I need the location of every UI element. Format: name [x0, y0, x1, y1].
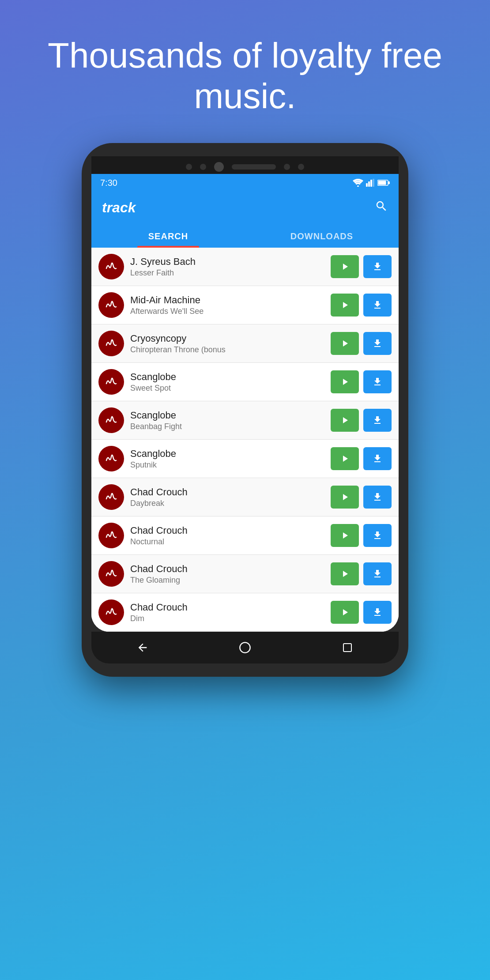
track-info: Chad Crouch The Gloaming	[130, 563, 324, 585]
phone-notch	[91, 156, 399, 174]
track-item: Scanglobe Sputnik	[91, 440, 399, 478]
notch-dot-3	[284, 164, 290, 170]
play-button[interactable]	[331, 370, 359, 393]
track-avatar	[98, 407, 124, 433]
track-title: Beanbag Fight	[130, 422, 324, 431]
track-avatar	[98, 292, 124, 318]
download-button[interactable]	[363, 332, 392, 355]
track-actions	[331, 294, 392, 317]
track-title: Afterwards We'll See	[130, 307, 324, 316]
screen: 7:30	[91, 174, 399, 632]
download-button[interactable]	[363, 562, 392, 585]
track-info: Scanglobe Sweet Spot	[130, 371, 324, 393]
play-button[interactable]	[331, 562, 359, 585]
app-bar: track	[91, 192, 399, 223]
track-item: Chad Crouch The Gloaming	[91, 555, 399, 593]
svg-rect-19	[343, 644, 351, 652]
track-actions	[331, 562, 392, 585]
track-avatar	[98, 446, 124, 471]
play-button[interactable]	[331, 447, 359, 470]
track-artist: Mid-Air Machine	[130, 294, 324, 306]
track-info: Mid-Air Machine Afterwards We'll See	[130, 294, 324, 316]
download-button[interactable]	[363, 486, 392, 509]
track-artist: Chad Crouch	[130, 602, 324, 613]
track-artist: Scanglobe	[130, 410, 324, 421]
track-avatar	[98, 599, 124, 625]
track-title: Nocturnal	[130, 537, 324, 547]
track-info: Chad Crouch Dim	[130, 602, 324, 623]
notch-speaker	[232, 164, 276, 170]
track-title: The Gloaming	[130, 576, 324, 585]
track-actions	[331, 601, 392, 624]
svg-rect-3	[370, 180, 372, 187]
play-button[interactable]	[331, 294, 359, 317]
track-avatar	[98, 561, 124, 587]
track-actions	[331, 524, 392, 547]
track-item: Scanglobe Beanbag Fight	[91, 401, 399, 440]
tab-downloads[interactable]: DOWNLOADS	[245, 223, 399, 248]
track-actions	[331, 255, 392, 278]
track-item: Chad Crouch Dim	[91, 593, 399, 632]
play-button[interactable]	[331, 332, 359, 355]
notch-dot-2	[200, 164, 206, 170]
download-button[interactable]	[363, 601, 392, 624]
status-icons	[353, 179, 390, 187]
svg-rect-4	[373, 179, 374, 187]
track-actions	[331, 409, 392, 432]
download-button[interactable]	[363, 447, 392, 470]
search-icon[interactable]	[375, 200, 388, 216]
track-artist: J. Syreus Bach	[130, 256, 324, 268]
track-item: Cryosyncopy Chiropteran Throne (bonus	[91, 324, 399, 363]
svg-rect-7	[388, 181, 390, 184]
notch-dot-right	[298, 164, 304, 170]
track-avatar	[98, 331, 124, 356]
track-info: J. Syreus Bach Lesser Faith	[130, 256, 324, 278]
track-item: Chad Crouch Daybreak	[91, 478, 399, 516]
track-item: J. Syreus Bach Lesser Faith	[91, 248, 399, 286]
download-button[interactable]	[363, 294, 392, 317]
track-item: Scanglobe Sweet Spot	[91, 363, 399, 401]
play-button[interactable]	[331, 524, 359, 547]
nav-back-button[interactable]	[134, 639, 151, 656]
track-artist: Chad Crouch	[130, 486, 324, 498]
track-actions	[331, 486, 392, 509]
svg-rect-6	[378, 181, 386, 185]
play-button[interactable]	[331, 409, 359, 432]
track-avatar	[98, 484, 124, 510]
track-actions	[331, 332, 392, 355]
track-actions	[331, 370, 392, 393]
download-button[interactable]	[363, 409, 392, 432]
play-button[interactable]	[331, 486, 359, 509]
download-button[interactable]	[363, 255, 392, 278]
tab-search[interactable]: SEARCH	[91, 223, 245, 248]
app-title: track	[102, 200, 136, 216]
phone: 7:30	[82, 143, 408, 677]
track-artist: Scanglobe	[130, 371, 324, 383]
track-info: Scanglobe Sputnik	[130, 448, 324, 470]
play-button[interactable]	[331, 255, 359, 278]
track-actions	[331, 447, 392, 470]
download-button[interactable]	[363, 524, 392, 547]
svg-point-0	[357, 185, 359, 187]
track-item: Mid-Air Machine Afterwards We'll See	[91, 286, 399, 324]
nav-recents-button[interactable]	[339, 639, 356, 656]
track-artist: Cryosyncopy	[130, 333, 324, 344]
status-time: 7:30	[100, 178, 117, 188]
svg-rect-1	[366, 183, 368, 187]
download-button[interactable]	[363, 370, 392, 393]
notch-dot-left	[186, 164, 192, 170]
track-avatar	[98, 254, 124, 279]
track-artist: Chad Crouch	[130, 525, 324, 536]
track-title: Daybreak	[130, 499, 324, 508]
play-button[interactable]	[331, 601, 359, 624]
track-info: Scanglobe Beanbag Fight	[130, 410, 324, 431]
track-title: Lesser Faith	[130, 268, 324, 278]
track-item: Chad Crouch Nocturnal	[91, 516, 399, 555]
track-title: Sweet Spot	[130, 384, 324, 393]
hero-text: Thousands of loyalty free music.	[0, 35, 490, 117]
notch-camera	[214, 162, 224, 172]
nav-home-button[interactable]	[236, 639, 254, 656]
track-title: Chiropteran Throne (bonus	[130, 345, 324, 354]
track-title: Sputnik	[130, 460, 324, 470]
track-title: Dim	[130, 614, 324, 623]
